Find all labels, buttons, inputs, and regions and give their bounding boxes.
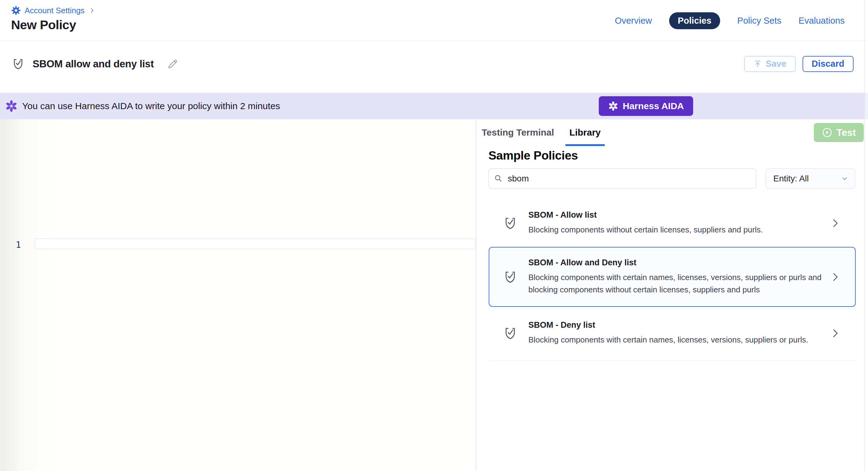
list-divider <box>489 361 856 361</box>
policy-card-text: SBOM - Deny list Blocking components wit… <box>528 320 808 346</box>
test-button-label: Test <box>836 127 856 138</box>
nav-tab-overview[interactable]: Overview <box>615 16 652 26</box>
top-nav: Overview Policies Policy Sets Evaluation… <box>615 12 845 29</box>
discard-button-label: Discard <box>812 59 844 69</box>
search-input[interactable] <box>488 169 756 189</box>
policy-code-editor[interactable]: 1 <box>0 119 476 471</box>
library-panel: Testing Terminal Library Test Sample Pol… <box>476 119 868 471</box>
policy-card-title: SBOM - Allow list <box>528 210 763 220</box>
tab-library[interactable]: Library <box>569 127 601 145</box>
filter-row: Entity: All <box>488 169 868 189</box>
shield-check-icon <box>503 216 517 230</box>
panel-tabs: Testing Terminal Library <box>482 127 868 145</box>
scrollbar[interactable] <box>864 0 868 471</box>
test-button[interactable]: Test <box>814 123 864 142</box>
policy-card-title: SBOM - Deny list <box>528 320 808 330</box>
new-policy-page: Account Settings New Policy Overview Pol… <box>0 0 868 471</box>
policy-card-text: SBOM - Allow list Blocking components wi… <box>528 210 763 236</box>
aida-banner-text: You can use Harness AIDA to write your p… <box>22 101 280 111</box>
page-header: Account Settings New Policy Overview Pol… <box>0 0 868 41</box>
shield-check-icon <box>503 326 517 340</box>
gear-icon <box>11 5 21 16</box>
chevron-right-icon[interactable] <box>830 328 841 339</box>
nav-tab-policy-sets[interactable]: Policy Sets <box>737 16 781 26</box>
tab-testing-terminal[interactable]: Testing Terminal <box>482 127 554 145</box>
entity-filter-select[interactable]: Entity: All <box>766 169 855 189</box>
policy-card-description: Blocking components with certain names, … <box>528 333 808 346</box>
policy-card-sbom-allow-list[interactable]: SBOM - Allow list Blocking components wi… <box>489 204 856 242</box>
entity-filter-value: Entity: All <box>773 174 809 183</box>
harness-aida-button[interactable]: Harness AIDA <box>599 96 693 116</box>
sparkle-icon <box>608 101 618 111</box>
chevron-right-icon[interactable] <box>830 271 841 283</box>
harness-aida-button-label: Harness AIDA <box>623 101 684 111</box>
policy-card-title: SBOM - Allow and Deny list <box>528 258 824 267</box>
policy-card-description: Blocking components without certain lice… <box>528 224 763 236</box>
breadcrumb-account-settings[interactable]: Account Settings <box>25 6 85 16</box>
editor-line-number: 1 <box>10 240 21 250</box>
editor-active-line[interactable] <box>35 239 475 249</box>
discard-button[interactable]: Discard <box>803 56 854 72</box>
policy-name: SBOM allow and deny list <box>33 58 154 70</box>
aida-banner: You can use Harness AIDA to write your p… <box>0 93 868 119</box>
nav-tab-policies[interactable]: Policies <box>669 12 720 29</box>
search-icon <box>494 174 503 183</box>
policy-toolbar: SBOM allow and deny list Save Discard <box>0 41 868 93</box>
chevron-right-icon[interactable] <box>830 218 841 229</box>
policy-card-sbom-allow-and-deny-list[interactable]: SBOM - Allow and Deny list Blocking comp… <box>489 247 856 307</box>
policy-card-description: Blocking components with certain names, … <box>528 271 824 296</box>
play-icon <box>822 127 833 138</box>
breadcrumb-chevron-icon <box>88 7 96 14</box>
shield-check-icon <box>503 270 517 284</box>
sparkle-icon <box>5 99 18 113</box>
upload-icon <box>753 60 762 68</box>
shield-check-icon <box>12 58 25 70</box>
policy-card-sbom-deny-list[interactable]: SBOM - Deny list Blocking components wit… <box>489 314 856 353</box>
toolbar-actions: Save Discard <box>744 56 854 72</box>
sample-policies-list: SBOM - Allow list Blocking components wi… <box>489 204 856 361</box>
chevron-down-icon <box>841 175 849 183</box>
policy-card-text: SBOM - Allow and Deny list Blocking comp… <box>528 258 824 296</box>
save-button-label: Save <box>766 59 786 69</box>
nav-tab-evaluations[interactable]: Evaluations <box>799 16 845 26</box>
pencil-icon[interactable] <box>166 58 179 70</box>
main-area: 1 Testing Terminal Library Test Sample P… <box>0 119 868 471</box>
save-button[interactable]: Save <box>744 56 796 72</box>
search-box <box>488 169 756 189</box>
sample-policies-heading: Sample Policies <box>488 149 868 162</box>
